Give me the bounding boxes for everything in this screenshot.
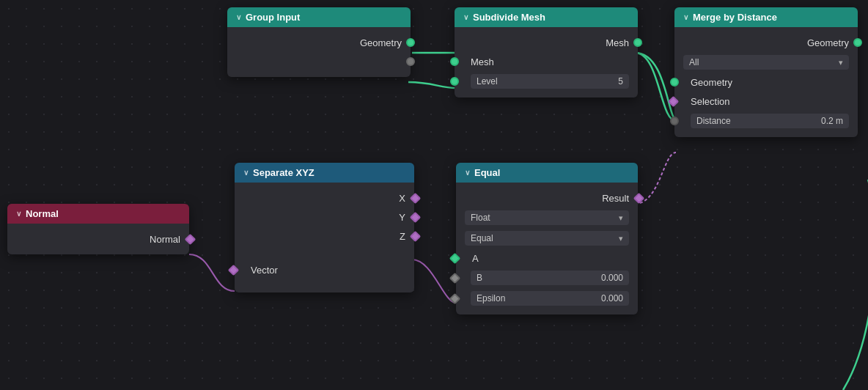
equal-float-chevron [619,213,623,223]
merge-distance-value: 0.2 m [821,116,843,126]
merge-geometry-output-row: Geometry [674,33,858,52]
sep-z-label: Z [400,231,405,242]
socket-group-input-grey[interactable] [406,57,415,66]
equal-op-chevron [619,233,623,243]
sub-level-value: 5 [618,76,623,87]
merge-selection-label: Selection [691,96,729,107]
node-normal-header: ∨ Normal [7,204,189,224]
normal-output-row: Normal [7,229,189,249]
sep-y-row: Y [235,207,414,227]
socket-merge-distance[interactable] [670,117,679,125]
equal-op-row: Equal [456,228,638,249]
equal-b-field[interactable]: B 0.000 [471,271,629,285]
sub-mesh-input-label: Mesh [471,56,494,67]
sub-level-field[interactable]: Level 5 [471,74,629,89]
group-input-geometry-label: Geometry [360,37,402,48]
sub-level-label: Level [477,76,498,87]
merge-all-value: All [689,57,699,67]
node-subdivide-mesh: ∨ Subdivide Mesh Mesh Mesh Level 5 [455,7,638,98]
node-separate-xyz-body: X Y Z Vector [235,183,414,292]
normal-output-label: Normal [150,234,180,245]
node-merge-by-distance: ∨ Merge by Distance Geometry All Geometr… [674,7,858,137]
socket-merge-geometry-out[interactable] [853,38,862,47]
sub-mesh-output-label: Mesh [606,37,629,48]
equal-result-label: Result [602,193,629,204]
node-separate-xyz-title: Separate XYZ [253,167,315,178]
merge-geometry-output-label: Geometry [807,37,849,48]
socket-sep-vector[interactable] [228,264,240,276]
collapse-icon-merge[interactable]: ∨ [683,13,688,21]
node-equal: ∨ Equal Result Float Equal A [456,163,638,314]
socket-sep-z[interactable] [410,230,422,242]
node-normal: ∨ Normal Normal [7,204,189,254]
socket-group-input-geometry[interactable] [406,38,415,47]
merge-all-dropdown[interactable]: All [683,55,849,70]
equal-op-dropdown[interactable]: Equal [465,231,629,246]
collapse-icon-normal[interactable]: ∨ [16,210,21,218]
merge-all-chevron [839,57,843,67]
equal-epsilon-field[interactable]: Epsilon 0.000 [471,291,629,306]
socket-normal-out[interactable] [185,233,196,245]
sep-x-label: X [399,193,405,204]
socket-sep-y[interactable] [410,211,422,223]
equal-b-value: 0.000 [601,273,623,283]
equal-float-dropdown[interactable]: Float [465,210,629,225]
equal-result-row: Result [456,188,638,207]
group-input-mesh-row [227,52,411,71]
sep-vector-label: Vector [251,265,278,276]
node-equal-title: Equal [474,167,500,178]
socket-merge-geometry-in[interactable] [670,78,679,87]
sep-z-row: Z [235,227,414,246]
node-subdivide-mesh-title: Subdivide Mesh [473,12,545,23]
group-input-geometry-row: Geometry [227,33,411,52]
equal-b-label: B [477,273,482,283]
merge-selection-row: Selection [674,92,858,111]
node-group-input-title: Group Input [246,12,300,23]
merge-all-row: All [674,52,858,73]
collapse-icon[interactable]: ∨ [236,13,241,21]
equal-float-value: Float [471,213,490,223]
socket-equal-b[interactable] [449,272,461,284]
equal-epsilon-value: 0.000 [601,293,623,303]
node-normal-title: Normal [26,208,59,219]
node-merge-by-distance-title: Merge by Distance [693,12,777,23]
merge-geometry-input-row: Geometry [674,73,858,92]
node-normal-body: Normal [7,224,189,254]
equal-a-label: A [472,253,479,264]
node-subdivide-mesh-header: ∨ Subdivide Mesh [455,7,638,27]
merge-distance-label: Distance [696,116,731,126]
node-merge-by-distance-header: ∨ Merge by Distance [674,7,858,27]
equal-float-row: Float [456,207,638,228]
merge-geometry-input-label: Geometry [691,77,732,88]
collapse-icon-equal[interactable]: ∨ [465,169,470,177]
node-subdivide-mesh-body: Mesh Mesh Level 5 [455,27,638,98]
socket-equal-result[interactable] [633,192,645,204]
equal-op-value: Equal [471,233,493,243]
equal-epsilon-label: Epsilon [477,293,505,303]
node-group-input-header: ∨ Group Input [227,7,411,27]
node-group-input-body: Geometry [227,27,411,77]
equal-epsilon-row: Epsilon 0.000 [456,288,638,309]
sep-vector-row: Vector [235,260,414,279]
sub-level-row: Level 5 [455,71,638,92]
node-separate-xyz-header: ∨ Separate XYZ [235,163,414,183]
socket-equal-a[interactable] [449,252,461,264]
socket-merge-selection[interactable] [668,95,680,107]
collapse-icon-sep[interactable]: ∨ [243,169,249,177]
node-merge-by-distance-body: Geometry All Geometry Selection Distance… [674,27,858,137]
merge-distance-row: Distance 0.2 m [674,111,858,131]
socket-equal-epsilon[interactable] [449,292,461,304]
sub-mesh-input-row: Mesh [455,52,638,71]
merge-distance-field[interactable]: Distance 0.2 m [691,114,849,128]
socket-sub-mesh-output[interactable] [633,38,642,47]
equal-a-row: A [456,249,638,268]
socket-sub-level[interactable] [450,77,459,86]
socket-sep-x[interactable] [410,192,422,204]
node-equal-header: ∨ Equal [456,163,638,183]
collapse-icon-sub[interactable]: ∨ [463,13,468,21]
node-equal-body: Result Float Equal A B 0.000 [456,183,638,314]
sep-y-label: Y [399,212,405,223]
node-group-input: ∨ Group Input Geometry [227,7,411,77]
node-separate-xyz: ∨ Separate XYZ X Y Z Vector [235,163,414,292]
socket-sub-mesh-input[interactable] [450,57,459,66]
